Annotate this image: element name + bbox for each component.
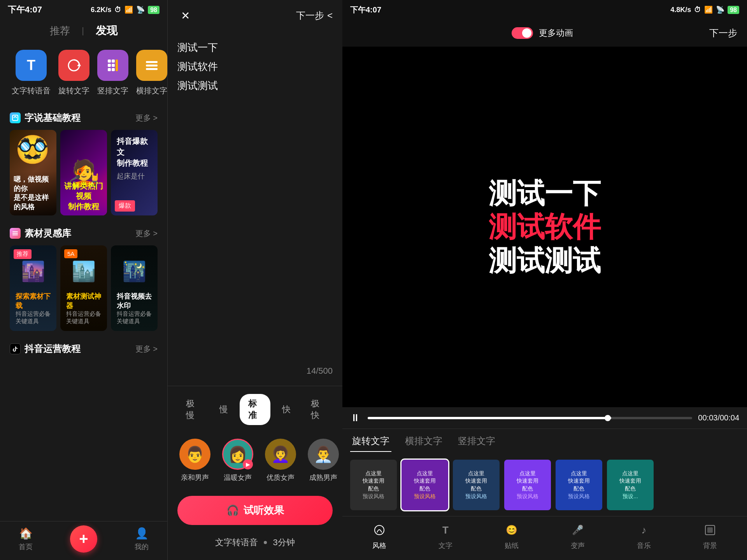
status-bar-left: 下午4:07 6.2K/s ⏱ 📶 📡 98 [0, 0, 167, 19]
status-icons-left: 6.2K/s ⏱ 📶 📡 98 [91, 5, 160, 14]
voice-item-3[interactable]: 👩‍🦱 优质女声 [263, 439, 298, 482]
nav-profile[interactable]: 👤 我的 [135, 527, 149, 551]
section-tutorial-header: 字说基础教程 更多 > [0, 108, 167, 130]
progress-bar[interactable] [368, 417, 692, 419]
material-cards: 推荐 🌆 探索素材下载 抖音运营必备关键道具 5A 🏙️ 素材测试神器 抖音运营… [0, 245, 167, 339]
nav-home[interactable]: 🏠 首页 [19, 527, 33, 551]
material-card-2[interactable]: 5A 🏙️ 素材测试神器 抖音运营必备关键道具 [60, 245, 107, 331]
material-card-3[interactable]: 🌃 抖音视频去水印 抖音运营必备关键道具 [111, 245, 158, 331]
horizontal-text-label: 横排文字 [136, 86, 167, 96]
icon-vertical-text[interactable]: 竖排文字 [97, 50, 128, 96]
char-count: 14/500 [307, 364, 333, 378]
rotate-text-label: 旋转文字 [58, 86, 89, 96]
video-line-1: 测试一下 [489, 177, 601, 210]
animation-toggle[interactable] [512, 27, 533, 39]
nav-recommend[interactable]: 推荐 [50, 24, 70, 38]
tutorial-more-link[interactable]: 更多 > [135, 113, 158, 123]
progress-dot [605, 415, 611, 421]
video-header: 更多动画 下一步 [342, 19, 747, 47]
material-card-1[interactable]: 推荐 🌆 探索素材下载 抖音运营必备关键道具 [10, 245, 56, 331]
material-more-link[interactable]: 更多 > [135, 228, 158, 239]
status-bar-right: 下午4:07 4.8K/s ⏱ 📶 📡 98 [342, 0, 747, 19]
tool-voice-change[interactable]: 🎤 变声 [570, 522, 586, 550]
editor-footer: 文字转语音 3分钟 [168, 531, 342, 560]
svg-rect-4 [108, 64, 111, 67]
video-line-2: 测试软件 [489, 210, 601, 243]
svg-rect-18 [707, 527, 713, 533]
profile-icon: 👤 [135, 527, 149, 541]
editor-header: ✕ 下一步 < [168, 0, 342, 31]
speed-right: 4.8K/s [670, 6, 691, 14]
voice-change-icon: 🎤 [570, 522, 586, 538]
nav-discover[interactable]: 发现 [96, 23, 117, 38]
wifi-icon: 📡 [136, 5, 145, 14]
tutorial-card-3[interactable]: 抖音爆款文制作教程 起床是什 爆款 [111, 130, 158, 215]
nav-add-button[interactable]: + [70, 525, 97, 553]
preset-3[interactable]: 点这里快速套用配色预设风格 [453, 460, 500, 510]
tutorial-cards: 🥸 嗯，做视频的你 是不是这样的风格 🧑‍🎤 讲解类热门视频 制作教程 抖音爆款… [0, 130, 167, 223]
preset-6[interactable]: 点这里快速套用配色预设... [607, 460, 654, 510]
svg-rect-3 [112, 60, 115, 63]
tutorial-card-1[interactable]: 🥸 嗯，做视频的你 是不是这样的风格 [10, 130, 56, 215]
tool-sticker[interactable]: 😊 贴纸 [504, 522, 519, 550]
material-section-icon [10, 228, 21, 239]
signal-icon-right: 📶 [704, 5, 713, 14]
tab-horizontal-text[interactable]: 横排文字 [403, 431, 444, 452]
footer-title: 文字转语音 [215, 537, 258, 548]
svg-rect-11 [146, 68, 158, 70]
home-icon: 🏠 [19, 527, 33, 541]
voice-item-2[interactable]: 👩 ▶ 温暖女声 [220, 439, 255, 482]
section-material-header: 素材灵感库 更多 > [0, 223, 167, 245]
preset-4[interactable]: 点这里快速套用配色预设风格 [504, 460, 551, 510]
tiktok-more-link[interactable]: 更多 > [135, 344, 158, 354]
right-panel: 下午4:07 4.8K/s ⏱ 📶 📡 98 更多动画 下一步 测试一下 测试软… [342, 0, 747, 560]
tiktok-section-icon [10, 343, 21, 354]
icon-text-to-speech[interactable]: T 文字转语音 [12, 50, 51, 96]
svg-rect-15 [12, 234, 18, 235]
icon-horizontal-text[interactable]: 横排文字 [136, 50, 167, 96]
speed-selector: 极慢 慢 标准 快 极快 [168, 386, 342, 433]
voice-item-1[interactable]: 👨 亲和男声 [177, 439, 212, 482]
tool-music[interactable]: ♪ 音乐 [636, 522, 652, 550]
preset-5[interactable]: 点这里快速套用配色预设风格 [556, 460, 602, 510]
close-button[interactable]: ✕ [177, 8, 193, 23]
speed-left: 6.2K/s [91, 6, 111, 14]
tutorial-card-2[interactable]: 🧑‍🎤 讲解类热门视频 制作教程 [60, 130, 107, 215]
video-text-overlay: 测试一下 测试软件 测试测试 [473, 177, 616, 277]
text-editor[interactable]: 测试一下 测试软件 测试测试 14/500 [168, 31, 342, 386]
background-icon [702, 522, 718, 538]
music-icon: ♪ [636, 522, 652, 538]
section-tutorial-title: 字说基础教程 [10, 112, 81, 124]
battery-right: 98 [728, 6, 739, 14]
speed-fast[interactable]: 快 [274, 400, 299, 419]
tab-rotate-text[interactable]: 旋转文字 [350, 431, 391, 452]
tab-vertical-text[interactable]: 竖排文字 [456, 431, 497, 452]
time-left: 下午4:07 [8, 4, 42, 16]
speed-normal[interactable]: 标准 [240, 394, 270, 425]
preset-1[interactable]: 点这里快速套用配色预设风格 [350, 460, 397, 510]
progress-fill [368, 417, 611, 419]
tool-text[interactable]: T 文字 [438, 522, 453, 550]
speed-slow[interactable]: 慢 [211, 400, 237, 419]
svg-rect-8 [116, 60, 118, 71]
voice-avatar-4: 👨‍💼 [308, 439, 339, 470]
next-step-button[interactable]: 下一步 [709, 27, 737, 39]
material-badge: 推荐 [14, 249, 32, 259]
play-pause-button[interactable]: ⏸ [350, 412, 362, 424]
voice-item-4[interactable]: 👨‍💼 成熟男声 [306, 439, 341, 482]
voice-avatar-2: 👩 ▶ [222, 439, 253, 470]
nav-divider: | [82, 26, 84, 36]
material-badge-2: 5A [64, 249, 77, 258]
preview-button[interactable]: 🎧 试听效果 [177, 496, 333, 525]
tutorial-card-3-label: 抖音爆款文制作教程 [117, 136, 152, 168]
section-tiktok-header: 抖音运营教程 更多 > [0, 339, 167, 361]
tool-background[interactable]: 背景 [702, 522, 718, 550]
preset-2[interactable]: 点这里快速套用配色预设风格 [402, 460, 448, 510]
bottom-tools: 风格 T 文字 😊 贴纸 🎤 变声 ♪ 音乐 背景 [342, 516, 747, 560]
next-button[interactable]: 下一步 < [296, 9, 333, 22]
icon-rotate-text[interactable]: 旋转文字 [58, 50, 89, 96]
text-line-3: 测试测试 [177, 77, 333, 94]
speed-very-fast[interactable]: 极快 [302, 394, 333, 425]
tool-style[interactable]: 风格 [372, 522, 387, 550]
speed-very-slow[interactable]: 极慢 [177, 394, 208, 425]
